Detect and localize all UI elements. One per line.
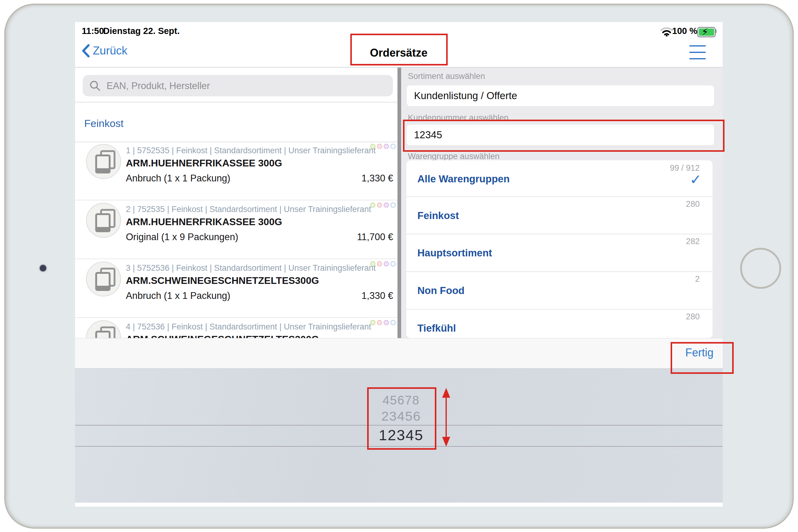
checkmark-icon: ✓	[690, 171, 702, 188]
product-image-placeholder	[86, 262, 121, 297]
status-dots	[370, 144, 396, 149]
battery-tip	[715, 30, 717, 33]
list-divider	[75, 102, 397, 102]
product-name: ARM.SCHWEINEGESCHNETZELTES300G	[126, 275, 319, 286]
product-image-placeholder	[86, 203, 121, 238]
search-icon	[89, 80, 101, 91]
sortiment-label: Sortiment auswählen	[408, 72, 485, 81]
group-item-hauptsortiment[interactable]: Hauptsortiment	[417, 247, 492, 259]
product-meta: 4 | 752536 | Feinkost | Standardsortimen…	[126, 322, 371, 331]
annotation-box-title	[350, 34, 448, 65]
back-button[interactable]: Zurück	[82, 44, 127, 58]
product-price: 1,330 €	[362, 290, 393, 301]
group-item-tiefkuehl[interactable]: Tiefkühl	[417, 322, 456, 334]
home-button-circle	[740, 248, 781, 289]
charging-bolt-icon: ⚡	[702, 26, 708, 38]
search-input[interactable]	[106, 75, 386, 97]
search-field[interactable]	[83, 75, 393, 96]
section-header: Feinkost	[84, 117, 124, 129]
picker-toolbar: Fertig	[75, 338, 723, 369]
product-name: ARM.HUEHNERFRIKASSEE 300G	[126, 216, 282, 228]
product-row[interactable]: 2 | 752535 | Feinkost | Standardsortimen…	[75, 201, 397, 259]
product-image-placeholder	[86, 144, 121, 179]
wifi-icon	[660, 27, 673, 36]
screenshot-canvas: 11:50 Dienstag 22. Sept. 100 % ⚡ Zurück …	[0, 0, 798, 532]
product-variant: Anbruch (1 x 1 Packung)	[126, 290, 230, 301]
product-price: 1,330 €	[362, 173, 393, 184]
warengruppe-list: 99 / 912 Alle Warengruppen ✓ 280 Feinkos…	[406, 160, 712, 338]
group-count: 280	[686, 312, 700, 322]
dot-green-icon	[370, 203, 376, 208]
battery-icon: ⚡	[697, 27, 715, 37]
dot-purple-icon	[384, 320, 389, 325]
group-count: 280	[686, 200, 700, 209]
dot-purple-icon	[384, 261, 389, 266]
sortiment-field[interactable]: Kundenlistung / Offerte	[406, 85, 714, 107]
group-count: 2	[695, 274, 700, 284]
status-dots	[370, 261, 396, 266]
annotation-box-kundennummer	[403, 120, 725, 152]
status-time: 11:50	[82, 26, 104, 36]
dot-pink-icon	[377, 261, 382, 266]
group-item-non-food[interactable]: Non Food	[417, 285, 465, 297]
product-row[interactable]: 3 | 5752536 | Feinkost | Standardsortime…	[75, 259, 397, 318]
product-name: ARM.HUEHNERFRIKASSEE 300G	[126, 157, 282, 169]
hamburger-icon	[689, 45, 706, 46]
dot-pink-icon	[377, 144, 382, 149]
status-dots	[370, 320, 396, 325]
battery-percent: 100 %	[672, 26, 697, 36]
panel-divider	[397, 68, 401, 338]
dot-green-icon	[370, 261, 376, 266]
annotation-box-fertig	[671, 342, 734, 374]
chevron-left-icon	[82, 44, 90, 58]
dot-blue-icon	[391, 261, 396, 266]
dot-blue-icon	[391, 320, 396, 325]
group-item-feinkost[interactable]: Feinkost	[417, 210, 459, 222]
status-dots	[370, 203, 396, 208]
dot-purple-icon	[384, 144, 389, 149]
dot-purple-icon	[384, 203, 389, 208]
product-price: 11,700 €	[357, 232, 393, 243]
annotation-box-picker	[367, 387, 436, 450]
status-date: Dienstag 22. Sept.	[103, 26, 180, 36]
dot-green-icon	[370, 320, 376, 325]
annotation-arrow-vertical	[442, 388, 450, 446]
dot-blue-icon	[391, 203, 396, 208]
group-count: 282	[686, 237, 700, 246]
dot-pink-icon	[377, 203, 382, 208]
warengruppe-label: Warengruppe auswählen	[408, 152, 500, 161]
dot-blue-icon	[391, 144, 396, 149]
product-variant: Anbruch (1 x 1 Packung)	[126, 173, 230, 184]
back-button-label: Zurück	[93, 44, 127, 57]
dot-green-icon	[370, 144, 376, 149]
product-variant: Original (1 x 9 Packungen)	[126, 232, 238, 243]
product-meta: 1 | 5752535 | Feinkost | Standardsortime…	[126, 146, 376, 155]
front-camera-dot	[40, 265, 46, 271]
product-row[interactable]: 1 | 5752535 | Feinkost | Standardsortime…	[75, 141, 397, 201]
menu-button[interactable]	[689, 45, 706, 64]
product-meta: 2 | 752535 | Feinkost | Standardsortimen…	[126, 205, 371, 214]
group-item-alle-warengruppen[interactable]: Alle Warengruppen	[417, 173, 510, 185]
product-meta: 3 | 5752536 | Feinkost | Standardsortime…	[126, 263, 376, 273]
dot-pink-icon	[377, 320, 382, 325]
